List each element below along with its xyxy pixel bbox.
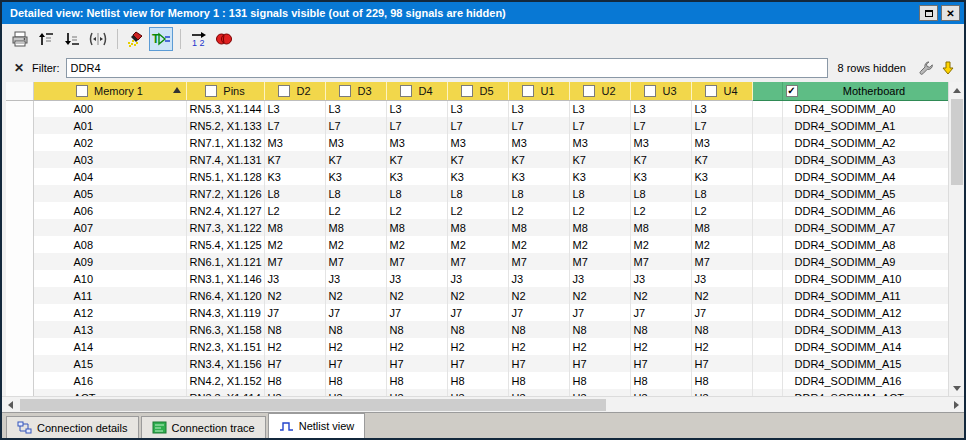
- table-row[interactable]: A14RN2.3, X1.151H2H2H2H2H2H2H2H2DDR4_SOD…: [6, 338, 948, 355]
- pin-cell[interactable]: L8: [691, 185, 752, 202]
- pins-cell[interactable]: RN6.4, X1.120: [186, 287, 264, 304]
- column-header-d2[interactable]: D2: [264, 82, 325, 100]
- signal-cell[interactable]: A05: [33, 185, 186, 202]
- pin-cell[interactable]: H3: [569, 389, 630, 396]
- motherboard-cell[interactable]: DDR4_SODIMM_A1: [782, 117, 948, 134]
- d5-checkbox[interactable]: [461, 85, 473, 97]
- pin-cell[interactable]: N2: [508, 287, 569, 304]
- pin-cell[interactable]: M3: [386, 134, 447, 151]
- motherboard-cell[interactable]: DDR4_SODIMM_A2: [782, 134, 948, 151]
- scroll-left-button[interactable]: [2, 397, 18, 412]
- pin-cell[interactable]: N8: [386, 321, 447, 338]
- pin-cell[interactable]: N2: [569, 287, 630, 304]
- signal-cell[interactable]: A16: [33, 372, 186, 389]
- pin-cell[interactable]: L7: [508, 117, 569, 134]
- tab-connection-details[interactable]: Connection details: [6, 416, 139, 438]
- pin-cell[interactable]: H7: [386, 355, 447, 372]
- pin-cell[interactable]: M2: [508, 236, 569, 253]
- motherboard-cell[interactable]: DDR4_SODIMM_A4: [782, 168, 948, 185]
- pins-cell[interactable]: RN7.4, X1.131: [186, 151, 264, 168]
- pin-cell[interactable]: K3: [508, 168, 569, 185]
- table-row[interactable]: A12RN4.3, X1.119J7J7J7J7J7J7J7J7DDR4_SOD…: [6, 304, 948, 321]
- signal-cell[interactable]: A11: [33, 287, 186, 304]
- pin-cell[interactable]: M8: [386, 219, 447, 236]
- filter-settings-button[interactable]: [916, 58, 936, 78]
- pin-cell[interactable]: M7: [630, 253, 691, 270]
- signal-cell[interactable]: A10: [33, 270, 186, 287]
- move-to-top-button[interactable]: [34, 27, 58, 51]
- pin-cell[interactable]: L7: [691, 117, 752, 134]
- print-button[interactable]: [8, 27, 32, 51]
- table-row[interactable]: A09RN6.1, X1.121M7M7M7M7M7M7M7M7DDR4_SOD…: [6, 253, 948, 270]
- motherboard-cell[interactable]: DDR4_SODIMM_A8: [782, 236, 948, 253]
- signal-cell[interactable]: A00: [33, 100, 186, 117]
- vertical-scrollbar[interactable]: [948, 82, 964, 396]
- pin-cell[interactable]: L3: [325, 100, 386, 117]
- pin-cell[interactable]: L2: [386, 202, 447, 219]
- table-row[interactable]: A07RN7.3, X1.122M8M8M8M8M8M8M8M8DDR4_SOD…: [6, 219, 948, 236]
- pin-cell[interactable]: L7: [264, 117, 325, 134]
- pin-cell[interactable]: L8: [569, 185, 630, 202]
- pin-cell[interactable]: K3: [569, 168, 630, 185]
- pin-cell[interactable]: K7: [569, 151, 630, 168]
- pin-cell[interactable]: H3: [447, 389, 508, 396]
- pins-cell[interactable]: RN5.4, X1.125: [186, 236, 264, 253]
- pin-cell[interactable]: H8: [325, 372, 386, 389]
- pin-cell[interactable]: L7: [447, 117, 508, 134]
- column-header-u4[interactable]: U4: [691, 82, 752, 100]
- pin-cell[interactable]: L2: [691, 202, 752, 219]
- u1-checkbox[interactable]: [522, 85, 534, 97]
- table-row[interactable]: A10RN3.1, X1.146J3J3J3J3J3J3J3J3DDR4_SOD…: [6, 270, 948, 287]
- column-header-u3[interactable]: U3: [630, 82, 691, 100]
- clear-filter-button[interactable]: ✕: [14, 61, 24, 75]
- motherboard-cell[interactable]: DDR4_SODIMM_A9: [782, 253, 948, 270]
- pin-cell[interactable]: M3: [691, 134, 752, 151]
- pin-cell[interactable]: M8: [508, 219, 569, 236]
- pin-cell[interactable]: H3: [386, 389, 447, 396]
- pin-cell[interactable]: H7: [325, 355, 386, 372]
- pin-cell[interactable]: J3: [569, 270, 630, 287]
- pin-cell[interactable]: M8: [264, 219, 325, 236]
- pin-cell[interactable]: K7: [630, 151, 691, 168]
- pins-cell[interactable]: RN6.1, X1.121: [186, 253, 264, 270]
- vertical-scroll-track[interactable]: [949, 98, 964, 380]
- pin-cell[interactable]: K7: [386, 151, 447, 168]
- motherboard-cell[interactable]: DDR4_SODIMM_A15: [782, 355, 948, 372]
- pin-cell[interactable]: L7: [325, 117, 386, 134]
- pin-cell[interactable]: M2: [325, 236, 386, 253]
- scroll-up-button[interactable]: [949, 82, 964, 98]
- pin-cell[interactable]: J7: [630, 304, 691, 321]
- pin-cell[interactable]: K3: [386, 168, 447, 185]
- pin-cell[interactable]: K3: [691, 168, 752, 185]
- motherboard-cell[interactable]: DDR4_SODIMM_A3: [782, 151, 948, 168]
- pin-cell[interactable]: K3: [264, 168, 325, 185]
- pin-cell[interactable]: J3: [691, 270, 752, 287]
- pins-cell[interactable]: RN7.3, X1.122: [186, 219, 264, 236]
- pin-cell[interactable]: L3: [508, 100, 569, 117]
- pin-cell[interactable]: L8: [325, 185, 386, 202]
- fit-columns-button[interactable]: [86, 27, 110, 51]
- pin-cell[interactable]: N8: [264, 321, 325, 338]
- pins-cell[interactable]: RN2.3, X1.151: [186, 338, 264, 355]
- motherboard-cell[interactable]: DDR4_SODIMM_A0: [782, 100, 948, 117]
- motherboard-cell[interactable]: DDR4_SODIMM_A11: [782, 287, 948, 304]
- pin-cell[interactable]: K3: [447, 168, 508, 185]
- signal-cell[interactable]: A09: [33, 253, 186, 270]
- pin-cell[interactable]: H2: [264, 338, 325, 355]
- pin-cell[interactable]: J3: [386, 270, 447, 287]
- highlight-button[interactable]: [123, 27, 147, 51]
- pin-cell[interactable]: H7: [447, 355, 508, 372]
- column-header-d5[interactable]: D5: [447, 82, 508, 100]
- horizontal-scrollbar[interactable]: [2, 396, 964, 412]
- signal-cell[interactable]: A07: [33, 219, 186, 236]
- pins-cell[interactable]: RN3.3, X1.114: [186, 389, 264, 396]
- pin-cell[interactable]: L8: [508, 185, 569, 202]
- pin-cell[interactable]: M7: [691, 253, 752, 270]
- pin-cell[interactable]: J7: [447, 304, 508, 321]
- pin-cell[interactable]: H2: [508, 338, 569, 355]
- pin-cell[interactable]: N8: [447, 321, 508, 338]
- d3-checkbox[interactable]: [339, 85, 351, 97]
- pin-cell[interactable]: N2: [630, 287, 691, 304]
- signal-cell[interactable]: A04: [33, 168, 186, 185]
- stop-button[interactable]: [212, 27, 236, 51]
